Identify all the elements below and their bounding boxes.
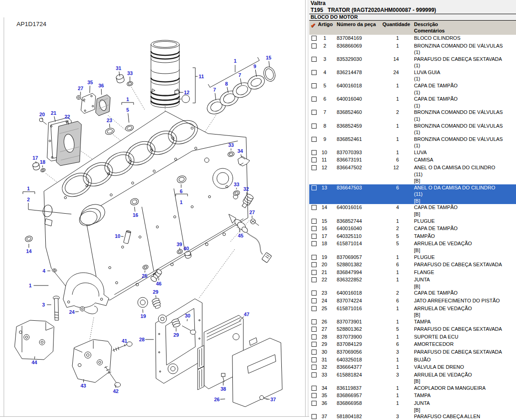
callout-6[interactable]: 6: [180, 188, 183, 194]
table-row[interactable]: 1283664750212ANEL O DA CAMISA DO CILINDR…: [309, 164, 516, 184]
table-row[interactable]: 375818041823PARAFUSO CABEÇA ALLEN: [309, 413, 516, 420]
row-checkbox[interactable]: [312, 83, 317, 88]
callout-34[interactable]: 34: [237, 148, 243, 154]
callout-18[interactable]: 18: [40, 159, 45, 165]
callout-20[interactable]: 20: [39, 112, 45, 117]
row-checkbox[interactable]: [312, 414, 317, 419]
callout-4[interactable]: 4: [43, 268, 46, 274]
row-checkbox[interactable]: [312, 393, 317, 398]
callout-7[interactable]: 7: [213, 87, 216, 92]
table-row[interactable]: 118366731916CAMISA: [309, 156, 516, 164]
callout-28[interactable]: 28: [139, 337, 145, 342]
row-checkbox[interactable]: [312, 386, 317, 391]
callout-12[interactable]: 12: [184, 90, 189, 95]
row-checkbox[interactable]: [312, 110, 317, 115]
callout-16[interactable]: 16: [133, 212, 138, 218]
table-row[interactable]: 28368660691BRONZINA COMANDO DE VÁLVULAS(…: [309, 43, 516, 56]
row-checkbox[interactable]: [312, 226, 317, 231]
table-row[interactable]: 256158710161ARRUELA DE VEDAÇÃO[B]: [309, 305, 516, 318]
callout-24[interactable]: 24: [69, 309, 75, 315]
row-checkbox[interactable]: [312, 372, 317, 377]
column-description[interactable]: Descrição: [414, 22, 438, 27]
row-checkbox[interactable]: [312, 205, 317, 210]
table-row[interactable]: 308370690563PARAFUSO DE CABEÇA SEXTAVADA: [309, 349, 516, 356]
row-checkbox[interactable]: [312, 262, 317, 267]
table-row[interactable]: 298370841296AMORTECEDOR: [309, 341, 516, 349]
row-checkbox[interactable]: [312, 270, 317, 275]
table-row[interactable]: 205288013826PARAFUSO DE CABEÇA SEXTAVADA: [309, 261, 516, 269]
row-checkbox[interactable]: [312, 124, 317, 129]
callout-11[interactable]: 11: [199, 74, 204, 79]
callout-1[interactable]: 1: [126, 97, 129, 102]
callout-1[interactable]: 1: [180, 199, 183, 205]
row-checkbox[interactable]: [312, 327, 317, 332]
callout-40[interactable]: 40: [183, 246, 189, 251]
row-checkbox[interactable]: [312, 234, 317, 239]
table-row[interactable]: 358368669571TAMPA: [309, 392, 516, 400]
table-row[interactable]: 336158818243ARRUELA DE VEDAÇÃO[B]: [309, 372, 516, 385]
row-checkbox[interactable]: [312, 401, 317, 406]
table-row[interactable]: 158368527441PLUGUE: [309, 218, 516, 226]
callout-9[interactable]: 9: [253, 64, 256, 69]
row-checkbox[interactable]: [312, 57, 317, 62]
table-row[interactable]: 198370690571PLUGUE: [309, 254, 516, 262]
column-part-number[interactable]: Número da peça: [337, 22, 376, 27]
row-checkbox[interactable]: [312, 291, 317, 296]
callout-1[interactable]: 1: [29, 283, 32, 288]
callout-10[interactable]: 10: [115, 233, 120, 239]
callout-37[interactable]: 37: [270, 397, 276, 402]
table-row[interactable]: 236400160182CAPA DE TAMPÃO: [309, 290, 516, 297]
callout-43[interactable]: 43: [81, 383, 86, 388]
row-checkbox[interactable]: [312, 255, 317, 260]
callout-2[interactable]: 2: [27, 197, 30, 202]
callout-1[interactable]: 1: [234, 58, 236, 64]
callout-44[interactable]: 44: [32, 360, 38, 365]
table-row[interactable]: 88368524591BRONZINA COMANDO DE VÁLVULAS(…: [309, 123, 516, 136]
callout-38[interactable]: 38: [220, 386, 226, 392]
table-row[interactable]: 248370742246JATO ARREFECIMENTO DO PISTÃO: [309, 297, 516, 305]
row-checkbox[interactable]: [312, 165, 317, 170]
callout-31[interactable]: 31: [116, 65, 121, 71]
callout-19[interactable]: 19: [140, 313, 146, 319]
callout-7[interactable]: 7: [238, 72, 241, 78]
table-row[interactable]: 56400160181CAPA DE TAMPÃO(1): [309, 82, 516, 96]
callout-15[interactable]: 15: [266, 55, 271, 60]
callout-46[interactable]: 46: [156, 281, 161, 286]
row-checkbox[interactable]: [312, 319, 317, 324]
callout-5[interactable]: 5: [126, 107, 129, 113]
row-checkbox[interactable]: [312, 157, 317, 162]
row-checkbox[interactable]: [312, 306, 317, 311]
callout-42[interactable]: 42: [113, 388, 118, 394]
callout-35[interactable]: 35: [87, 80, 93, 85]
callout-39[interactable]: 39: [177, 242, 182, 247]
table-row[interactable]: 383532903014PARAFUSO DE CABEÇA SEXTAVADA…: [309, 56, 516, 69]
table-row[interactable]: 186158710145ARRUELA DE VEDAÇÃO[B]: [309, 240, 516, 253]
callout-41[interactable]: 41: [122, 338, 127, 344]
row-checkbox[interactable]: [312, 137, 317, 142]
row-checkbox[interactable]: [312, 70, 317, 75]
callout-17[interactable]: 17: [32, 155, 38, 161]
callout-27[interactable]: 27: [249, 210, 255, 215]
row-checkbox[interactable]: [312, 219, 317, 224]
row-checkbox[interactable]: [312, 43, 317, 48]
row-checkbox[interactable]: [312, 365, 317, 370]
row-checkbox[interactable]: [312, 334, 317, 339]
callout-45[interactable]: 45: [238, 233, 243, 238]
callout-30[interactable]: 30: [185, 313, 190, 318]
table-row[interactable]: 328366643771VÁLVULA DE DRENO: [309, 364, 516, 372]
callout-23[interactable]: 23: [107, 118, 112, 123]
row-checkbox[interactable]: [312, 185, 317, 190]
row-checkbox[interactable]: [312, 298, 317, 303]
callout-36[interactable]: 36: [98, 83, 104, 88]
callout-32[interactable]: 32: [243, 186, 249, 192]
table-row[interactable]: 78368524602BRONZINA COMANDO DE VÁLVULAS(…: [309, 109, 516, 122]
callout-29[interactable]: 29: [153, 289, 158, 295]
callout-29[interactable]: 29: [173, 332, 179, 338]
callout-25[interactable]: 25: [142, 273, 147, 279]
row-checkbox[interactable]: [312, 342, 317, 347]
callout-1[interactable]: 1: [27, 186, 30, 191]
table-row[interactable]: 348361198371ACOPLADOR DA MANGUEIRA: [309, 385, 516, 393]
row-checkbox[interactable]: [312, 241, 317, 246]
column-quantity[interactable]: Quantidade: [382, 22, 410, 27]
callout-14[interactable]: 14: [26, 248, 32, 254]
